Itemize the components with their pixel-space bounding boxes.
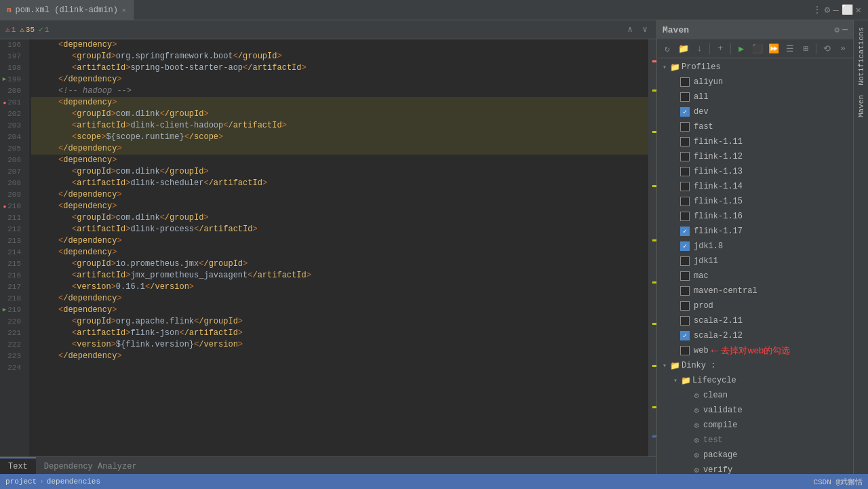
toggle-button[interactable]: ☰ bbox=[783, 41, 797, 56]
code-area[interactable]: <dependency><groupId>org.springframework… bbox=[28, 39, 648, 456]
tree-item-flink-1.16[interactable]: flink-1.16 bbox=[657, 209, 853, 224]
tree-item-jdk1.8[interactable]: jdk1.8 bbox=[657, 239, 853, 254]
checkbox-scala-2.11[interactable] bbox=[680, 316, 690, 326]
tab-close-button[interactable]: ✕ bbox=[122, 6, 126, 14]
line-number-213: 213 bbox=[0, 235, 24, 247]
tree-arrow-icon[interactable]: ▾ bbox=[660, 63, 669, 71]
tree-item-scala-2.12[interactable]: scala-2.12 bbox=[657, 328, 853, 343]
checkbox-flink-1.17[interactable] bbox=[680, 227, 690, 236]
maven-header-icons: ⚙ — bbox=[834, 24, 848, 35]
tree-item-flink-1.13[interactable]: flink-1.13 bbox=[657, 164, 853, 179]
tree-item-flink-1.11[interactable]: flink-1.11 bbox=[657, 134, 853, 149]
maximize-icon[interactable]: ⬜ bbox=[842, 4, 853, 16]
checkbox-maven-central[interactable] bbox=[680, 286, 690, 296]
close-icon[interactable]: ✕ bbox=[856, 4, 861, 16]
tab-dependency-analyzer[interactable]: Dependency Analyzer bbox=[36, 457, 145, 474]
minimize-icon[interactable]: — bbox=[833, 5, 838, 16]
line-num-label: 199 bbox=[7, 74, 21, 85]
tree-item-jdk11[interactable]: jdk11 bbox=[657, 254, 853, 269]
add-button[interactable]: + bbox=[713, 41, 728, 56]
breakpoint-icon[interactable]: ● bbox=[3, 201, 6, 212]
filter-button[interactable]: ⊞ bbox=[799, 41, 814, 56]
tree-item-mac[interactable]: mac bbox=[657, 269, 853, 283]
code-line-200: <!-- hadoop --> bbox=[31, 85, 648, 97]
prev-error-button[interactable]: ∧ bbox=[624, 24, 636, 36]
checkbox-fast[interactable] bbox=[680, 122, 690, 132]
checkbox-scala-2.12[interactable] bbox=[680, 331, 690, 340]
settings-icon[interactable]: ⚙ bbox=[825, 4, 830, 16]
tree-item-all[interactable]: all bbox=[657, 90, 853, 104]
folder-button[interactable]: 📁 bbox=[676, 41, 691, 56]
breakpoint-icon[interactable]: ● bbox=[3, 97, 6, 109]
lifecycle-item-validate[interactable]: ⚙validate bbox=[657, 403, 853, 418]
checkbox-mac[interactable] bbox=[680, 271, 690, 281]
tree-item-maven-central[interactable]: maven-central bbox=[657, 283, 853, 298]
download-button[interactable]: ↓ bbox=[692, 41, 707, 56]
checkbox-jdk11[interactable] bbox=[680, 256, 690, 266]
tree-item-flink-1.15[interactable]: flink-1.15 bbox=[657, 194, 853, 209]
line-number-212: 212 bbox=[0, 224, 24, 235]
checkbox-dev[interactable] bbox=[680, 107, 690, 117]
breadcrumb-separator: › bbox=[39, 477, 44, 486]
checkbox-jdk1.8[interactable] bbox=[680, 241, 690, 251]
tree-item-flink-1.17[interactable]: flink-1.17 bbox=[657, 224, 853, 239]
tree-item-prod[interactable]: prod bbox=[657, 298, 853, 313]
line-num-label: 201 bbox=[7, 97, 21, 109]
tree-item-lifecycle[interactable]: ▾📁Lifecycle bbox=[657, 373, 853, 388]
checkbox-flink-1.13[interactable] bbox=[680, 167, 690, 176]
lifecycle-item-test[interactable]: ⚙test bbox=[657, 433, 853, 448]
lifecycle-item-compile[interactable]: ⚙compile bbox=[657, 418, 853, 433]
checkbox-flink-1.15[interactable] bbox=[680, 197, 690, 206]
tab-text[interactable]: Text bbox=[0, 457, 36, 474]
checkbox-aliyun[interactable] bbox=[680, 77, 690, 87]
more-icon[interactable]: ⋮ bbox=[812, 4, 822, 16]
fold-icon[interactable]: ▶ bbox=[3, 74, 6, 85]
checkbox-web[interactable] bbox=[680, 346, 690, 355]
maven-side-label[interactable]: Maven bbox=[856, 91, 867, 121]
tree-label: prod bbox=[694, 301, 713, 311]
tree-item-aliyun[interactable]: aliyun bbox=[657, 75, 853, 90]
tree-item-web[interactable]: web←去掉对web的勾选 bbox=[657, 343, 853, 358]
line-number-210: ●210 bbox=[0, 201, 24, 212]
code-line-219: <dependency> bbox=[31, 305, 648, 316]
checkbox-all[interactable] bbox=[680, 92, 690, 102]
stop-button[interactable]: ⬛ bbox=[750, 41, 765, 56]
tree-arrow-icon[interactable]: ▾ bbox=[671, 376, 680, 385]
checkbox-flink-1.12[interactable] bbox=[680, 152, 690, 161]
minimize-panel-icon[interactable]: — bbox=[842, 24, 848, 35]
settings-icon[interactable]: ⚙ bbox=[834, 24, 840, 35]
tree-arrow-icon[interactable]: ▾ bbox=[660, 361, 669, 370]
run-button[interactable]: ▶ bbox=[734, 41, 749, 56]
lifecycle-item-package[interactable]: ⚙package bbox=[657, 448, 853, 463]
tree-item-flink-1.14[interactable]: flink-1.14 bbox=[657, 179, 853, 194]
tree-item-profiles[interactable]: ▾📁Profiles bbox=[657, 60, 853, 75]
tree-item-dev[interactable]: dev bbox=[657, 104, 853, 119]
tree-item-scala-2.11[interactable]: scala-2.11 bbox=[657, 313, 853, 328]
tree-label: flink-1.15 bbox=[694, 197, 743, 206]
code-line-202: <groupId>com.dlink</groupId> bbox=[31, 109, 648, 120]
lifecycle-item-verify[interactable]: ⚙verify bbox=[657, 463, 853, 474]
refresh-button[interactable]: ↻ bbox=[660, 41, 675, 56]
checkbox-flink-1.11[interactable] bbox=[680, 137, 690, 146]
maven-tree[interactable]: ▾📁Profilesaliyunalldevfastflink-1.11flin… bbox=[657, 58, 853, 474]
code-line-212: <artifactId>dlink-process</artifactId> bbox=[31, 224, 648, 235]
tree-item-fast[interactable]: fast bbox=[657, 119, 853, 134]
editor-toolbar: ⚠ 1 ⚠ 35 ✓ 1 ∧ ∨ bbox=[0, 20, 656, 39]
warn-mark-7 bbox=[652, 365, 656, 367]
editor-tab[interactable]: m pom.xml (dlink-admin) ✕ bbox=[0, 0, 134, 20]
checkbox-flink-1.16[interactable] bbox=[680, 212, 690, 221]
tree-item-dinky-:[interactable]: ▾📁Dinky : bbox=[657, 358, 853, 373]
fold-icon[interactable]: ▶ bbox=[3, 305, 6, 316]
lifecycle-item-clean[interactable]: ⚙clean bbox=[657, 388, 853, 403]
tree-item-flink-1.12[interactable]: flink-1.12 bbox=[657, 149, 853, 164]
line-number-202: 202 bbox=[0, 109, 24, 120]
checkbox-prod[interactable] bbox=[680, 301, 690, 311]
next-error-button[interactable]: ∨ bbox=[639, 24, 651, 36]
line-number-215: 215 bbox=[0, 258, 24, 270]
sync-button[interactable]: ⟲ bbox=[819, 41, 834, 56]
notifications-label[interactable]: Notifications bbox=[856, 23, 867, 90]
step-button[interactable]: ⏩ bbox=[766, 41, 781, 56]
maven-title: Maven bbox=[663, 25, 689, 35]
checkbox-flink-1.14[interactable] bbox=[680, 182, 690, 191]
more-options-button[interactable]: » bbox=[835, 41, 850, 56]
